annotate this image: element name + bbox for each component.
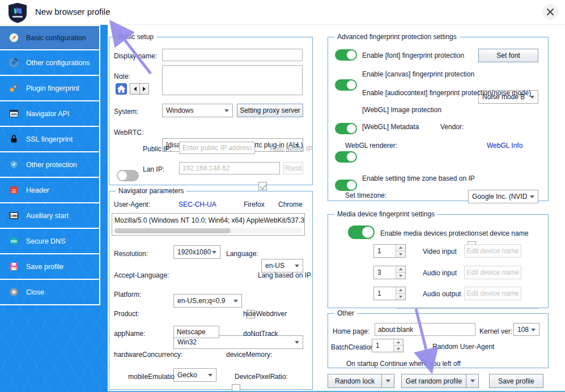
webgl-info-link[interactable]: WebGL Info: [487, 142, 522, 150]
hide-webdriver-checkbox[interactable]: [232, 384, 240, 392]
sidebar-item-save-profile[interactable]: Save profile: [0, 254, 100, 280]
sidebar-item-label: Other protection: [26, 161, 77, 169]
audio-input-edit-device-name-button[interactable]: Edit device name: [464, 266, 521, 279]
rand-button[interactable]: Rand: [283, 162, 303, 174]
close-circle-icon: [9, 287, 19, 297]
spinner-up-button[interactable]: [396, 287, 405, 294]
spinner-down-button[interactable]: [396, 294, 405, 300]
device-pixel-ratio-label: DevicePixelRatio:: [235, 373, 288, 381]
home-page-input[interactable]: [375, 323, 475, 336]
chevron-down-icon: [386, 380, 390, 382]
sidebar-item-other-protection[interactable]: Other protection: [0, 152, 100, 178]
audiocontext-protection-toggle[interactable]: [335, 123, 357, 134]
canvas-protection-toggle[interactable]: [335, 79, 357, 91]
audio-output-edit-device-name-button[interactable]: Edit device name: [464, 287, 521, 300]
audio-output-count-spinner[interactable]: 1: [373, 287, 406, 300]
user-agent-box[interactable]: Mozilla/5.0 (Windows NT 10.0; Win64; x64…: [112, 213, 305, 236]
spinner-up-button[interactable]: [396, 266, 405, 273]
vendor-label: Vendor:: [440, 123, 464, 131]
toggle-knob: [347, 152, 356, 161]
toggle-knob: [118, 171, 127, 180]
platform-label: Platform:: [114, 291, 141, 299]
webgl-image-toggle[interactable]: [335, 151, 357, 163]
canvas-protection-label: Enable [canvas] fingerprint protection: [362, 70, 474, 78]
webgl-renderer-label: WebGL renderer:: [345, 142, 397, 150]
public-ip-toggle[interactable]: [117, 170, 139, 181]
sidebar-item-ssl-fingerprint[interactable]: SSL fingerprint: [0, 127, 100, 152]
sidebar-item-label: Header: [26, 186, 49, 194]
language-select[interactable]: en-US: [261, 259, 303, 272]
kernel-version-select[interactable]: 108: [513, 323, 539, 336]
sidebar-item-close[interactable]: Close: [0, 280, 100, 305]
media-protection-label: Enable media devices protection: [380, 229, 478, 237]
random-lock-splitbutton: Random lock: [328, 374, 394, 388]
resolution-select[interactable]: 1920x1080: [173, 245, 220, 259]
batch-creation-label: BatchCreation:: [331, 343, 376, 351]
sidebar-item-label: Other configurations: [26, 59, 90, 67]
system-select[interactable]: Windows: [162, 104, 233, 117]
left-arrow-icon: [134, 87, 137, 91]
resolution-value: 1920x1080: [177, 248, 211, 256]
audio-output-count-value: 1: [374, 287, 396, 300]
toggle-knob: [347, 80, 356, 90]
chevron-down-icon: [208, 374, 213, 377]
sidebar-item-navigator-api[interactable]: APINavigator API: [0, 101, 100, 127]
note-label: Note:: [114, 73, 130, 80]
spinner-down-button[interactable]: [396, 252, 405, 258]
prev-arrow-button[interactable]: [130, 84, 139, 94]
firefox-option[interactable]: Firefox: [244, 201, 265, 208]
display-name-input[interactable]: [162, 49, 303, 61]
chrome-icon: [9, 58, 19, 67]
webgl-metadata-toggle[interactable]: [335, 180, 357, 191]
public-ip-input[interactable]: [179, 142, 255, 154]
video-input-count-spinner[interactable]: 1: [373, 244, 406, 258]
media-protection-toggle[interactable]: [348, 225, 375, 239]
font-protection-toggle[interactable]: [335, 49, 357, 61]
get-random-profile-dropdown-button[interactable]: [466, 374, 479, 388]
sidebar-item-auxiliary-start[interactable]: CMDAuxiliary start: [0, 203, 100, 229]
group-title: Media device fingerprint settings: [334, 210, 437, 218]
page-title: New browser profile: [35, 7, 111, 16]
sidebar-item-secure-dns[interactable]: DNSSecure DNS: [0, 229, 100, 254]
set-font-button[interactable]: Set font: [478, 49, 538, 62]
spinner-down-button[interactable]: [396, 273, 405, 279]
spinner-down-button[interactable]: [394, 346, 403, 352]
random-lock-button[interactable]: Random lock: [328, 374, 382, 388]
random-lock-dropdown-button[interactable]: [382, 374, 394, 388]
svg-text:<>: <>: [12, 188, 16, 191]
other-group: Other Home page: Kernel ver: 108 BatchCr…: [328, 313, 549, 368]
chrome-option[interactable]: Chrome: [278, 201, 303, 208]
close-window-button[interactable]: [542, 4, 558, 20]
sidebar-item-plugin-fingerprint[interactable]: Plugin fingerprint: [0, 76, 100, 101]
save-profile-button[interactable]: Save profile: [489, 374, 543, 388]
vendor-select[interactable]: Google Inc. (NVID: [468, 190, 538, 203]
auto-detect-ip-checkbox[interactable]: [258, 182, 267, 190]
ua-scrollbar-thumb[interactable]: [114, 228, 231, 233]
close-icon: [546, 7, 555, 16]
sec-ch-ua-link[interactable]: SEC-CH-UA: [179, 201, 216, 208]
lan-ip-input[interactable]: [179, 162, 280, 174]
product-label: Product:: [114, 310, 139, 318]
audio-input-count-spinner[interactable]: 3: [373, 266, 406, 279]
video-input-edit-device-name-button[interactable]: Edit device name: [464, 244, 521, 258]
note-textarea[interactable]: [162, 65, 303, 95]
home-button[interactable]: [116, 83, 127, 95]
media-device-group: Media device fingerprint settings Enable…: [328, 214, 549, 308]
appname-input[interactable]: [173, 326, 219, 338]
product-select[interactable]: Gecko: [173, 368, 216, 382]
next-arrow-button[interactable]: [139, 84, 148, 94]
spinner-up-button[interactable]: [396, 245, 405, 252]
batch-creation-spinner[interactable]: 1: [372, 339, 403, 352]
sidebar: Basic configurationOther configurationsP…: [0, 25, 108, 392]
toggle-knob: [347, 124, 356, 133]
sidebar-item-header[interactable]: <>Header: [0, 178, 100, 203]
spinner-up-button[interactable]: [394, 339, 403, 346]
shield-icon: [9, 160, 19, 169]
setting-proxy-server-button[interactable]: Setting proxy server: [237, 104, 303, 117]
auto-detect-ip-label: Auto detect IP: [270, 145, 312, 153]
get-random-profile-button[interactable]: Get random profile: [401, 374, 466, 388]
sidebar-item-other-configurations[interactable]: Other configurations: [0, 50, 100, 76]
accept-language-select[interactable]: en-US,en;q=0.9: [173, 294, 242, 308]
sidebar-item-basic-configuration[interactable]: Basic configuration: [0, 25, 100, 50]
startup-continue-label: On startup Continue where you left off: [346, 360, 461, 368]
